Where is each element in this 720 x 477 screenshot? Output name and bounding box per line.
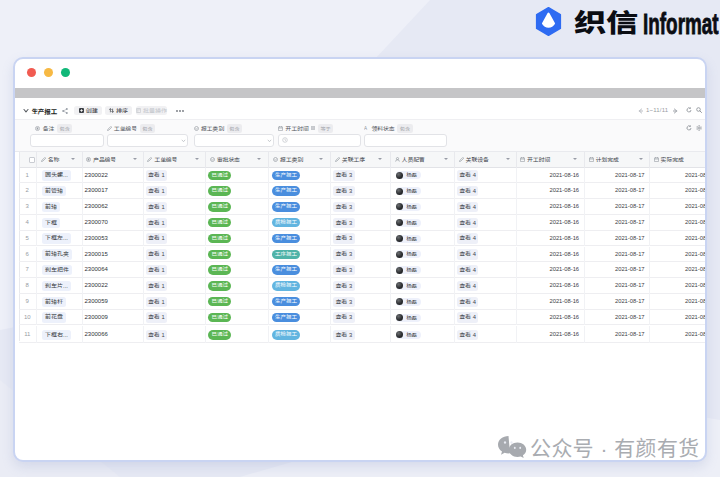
svg-text:A: A [364, 126, 368, 131]
